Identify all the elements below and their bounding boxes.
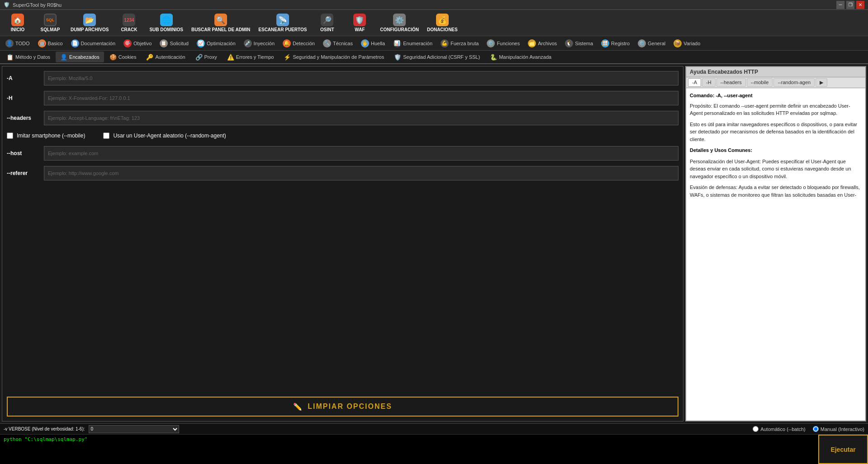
help-tab-headers[interactable]: --headers	[716, 78, 746, 87]
help-tab-more[interactable]: ▶	[816, 78, 827, 87]
random-agent-checkbox[interactable]	[103, 133, 109, 139]
headers-input[interactable]	[44, 111, 678, 125]
toolbar-osint[interactable]: 🔎 OSINT	[311, 11, 343, 35]
toolbar-buscar[interactable]: 🔍 BUSCAR PANEL DE ADMIN	[188, 11, 254, 35]
random-agent-checkbox-item[interactable]: Usar un User-Agent aleatorio (--random-a…	[103, 133, 226, 139]
host-field-row: --host	[7, 146, 678, 161]
tab-huella[interactable]: 🖐 Huella	[357, 38, 389, 49]
tab2-cookies[interactable]: 🍪 Cookies	[105, 52, 141, 62]
encabezados-icon: 👤	[60, 54, 67, 61]
app-icon: 🛡️	[4, 2, 10, 8]
crack-icon: 1234	[123, 14, 135, 26]
restore-button[interactable]: ❐	[846, 1, 854, 9]
execute-button[interactable]: Ejecutar	[830, 446, 855, 453]
toolbar-config[interactable]: ⚙️ CONFIGURACIÓN	[376, 11, 422, 35]
headers-label: --headers	[7, 115, 38, 121]
tabs-row2: 📋 Método y Datos 👤 Encabezados 🍪 Cookies…	[0, 51, 868, 64]
toolbar-sqlmap[interactable]: SQL SQLMAP	[34, 11, 66, 35]
osint-icon: 🔎	[321, 14, 333, 26]
tab2-encabezados[interactable]: 👤 Encabezados	[56, 52, 104, 62]
h-input[interactable]	[44, 91, 678, 105]
sistema-icon: 🐧	[565, 39, 573, 47]
tab-general[interactable]: ⚙️ General	[634, 38, 669, 49]
referer-input[interactable]	[44, 166, 678, 180]
form-panel: -A -H --headers Imitar smartphone (--mob…	[2, 66, 683, 421]
automatico-radio[interactable]	[753, 426, 759, 432]
toolbar-sub[interactable]: 🌐 SUB DOMINIOS	[146, 11, 186, 35]
deteccion-icon: 🔔	[283, 39, 291, 47]
minimize-button[interactable]: ─	[836, 1, 844, 9]
verbose-bar: -v VERBOSE (Nivel de verbosidad: 1-6): 0…	[0, 424, 868, 435]
tab2-seguridad2[interactable]: 🛡️ Seguridad Adicional (CSRF y SSL)	[389, 52, 484, 62]
solicitud-icon: 📋	[160, 39, 168, 47]
manual-label: Manual (Interactivo)	[821, 426, 864, 432]
verbose-label: -v VERBOSE (Nivel de verbosidad: 1-6):	[4, 426, 85, 431]
tab-solicitud[interactable]: 📋 Solicitud	[156, 38, 192, 49]
tab-basico[interactable]: 🤖 Basico	[34, 38, 66, 49]
help-para-0: Propósito: El comando --user-agent permi…	[690, 102, 862, 117]
inicio-icon: 🏠	[11, 14, 24, 26]
tab2-proxy[interactable]: 🔗 Proxy	[191, 52, 222, 62]
tab-funciones[interactable]: ⚙️ Funciones	[483, 38, 523, 49]
clear-button[interactable]: ✏️ LIMPIAR OPCIONES	[7, 397, 678, 417]
tab-objetivo[interactable]: 🎯 Objetivo	[120, 38, 155, 49]
tab-fuerza[interactable]: 💪 Fuerza bruta	[437, 38, 482, 49]
dona-icon: 💰	[436, 14, 449, 26]
a-field-row: -A	[7, 71, 678, 85]
tab-deteccion[interactable]: 🔔 Detección	[279, 38, 318, 49]
host-input[interactable]	[44, 146, 678, 161]
tab-optimizacion[interactable]: 📈 Optimización	[193, 38, 239, 49]
tab-registro[interactable]: 🪟 Registro	[598, 38, 633, 49]
tab2-errores[interactable]: ⚠️ Errores y Tiempo	[223, 52, 279, 62]
cmd-display-area: python "C:\sqlmap\sqlmap.py" Ejecutar	[0, 435, 868, 464]
referer-field-row: --referer	[7, 166, 678, 180]
help-para-4: Evasión de defensas: Ayuda a evitar ser …	[690, 184, 862, 199]
help-tab-h[interactable]: -H	[702, 78, 716, 87]
tab2-seguridad[interactable]: ⚡ Seguridad y Manipulación de Parámetros	[279, 52, 389, 62]
general-icon: ⚙️	[638, 39, 646, 47]
tab-variado[interactable]: 📦 Variado	[670, 38, 704, 49]
automatico-radio-item[interactable]: Automático (--batch)	[753, 426, 806, 432]
tab2-manipulacion[interactable]: 🐍 Manipulación Avanzada	[485, 52, 556, 62]
basico-icon: 🤖	[38, 39, 46, 47]
automatico-label: Automático (--batch)	[760, 426, 806, 432]
mobile-checkbox-item[interactable]: Imitar smartphone (--mobile)	[7, 133, 85, 139]
tab2-metodo[interactable]: 📋 Método y Datos	[2, 52, 55, 62]
mobile-checkbox[interactable]	[7, 133, 13, 139]
tab-todo[interactable]: 👤 TODO	[2, 38, 33, 49]
help-tab-a[interactable]: -A	[688, 78, 701, 87]
toolbar-dona[interactable]: 💰 DONACIONES	[423, 11, 461, 35]
bottom-area: -v VERBOSE (Nivel de verbosidad: 1-6): 0…	[0, 423, 868, 464]
waf-icon: 🛡️	[353, 14, 366, 26]
toolbar-waf[interactable]: 🛡️ WAF	[344, 11, 375, 35]
dump-icon: 📂	[83, 14, 96, 26]
verbose-select[interactable]: 0 1 2 3 4 5 6	[89, 425, 179, 433]
metodo-icon: 📋	[6, 54, 14, 61]
toolbar-crack[interactable]: 1234 CRACK	[113, 11, 145, 35]
proxy-icon: 🔗	[195, 54, 203, 61]
tab-documentacion[interactable]: 📄 Documentación	[67, 38, 119, 49]
manual-radio-item[interactable]: Manual (Interactivo)	[813, 426, 864, 432]
tab2-autenticacion[interactable]: 🔑 Autenticación	[142, 52, 190, 62]
manipulacion-icon: 🐍	[490, 54, 497, 61]
tab-archivos[interactable]: 🗂️ Archivos	[524, 38, 560, 49]
toolbar-inicio[interactable]: 🏠 INICIO	[2, 11, 33, 35]
tab-enumeracion[interactable]: 📊 Enumeración	[389, 38, 436, 49]
tab-inyeccion[interactable]: 💉 Inyección	[240, 38, 278, 49]
cmd-output: python "C:\sqlmap\sqlmap.py"	[0, 435, 818, 464]
help-tab-random[interactable]: --random-agen	[773, 78, 815, 87]
registro-icon: 🪟	[601, 39, 609, 47]
fuerza-icon: 💪	[441, 39, 449, 47]
toolbar-escanear[interactable]: 📡 ESCANEAR PUERTOS	[255, 11, 310, 35]
a-label: -A	[7, 75, 38, 81]
tab-sistema[interactable]: 🐧 Sistema	[561, 38, 597, 49]
eraser-icon: ✏️	[293, 402, 303, 411]
execute-panel[interactable]: Ejecutar	[818, 435, 868, 464]
main-content: -A -H --headers Imitar smartphone (--mob…	[0, 64, 868, 423]
tab-tecnicas[interactable]: 🔧 Técnicas	[319, 38, 356, 49]
manual-radio[interactable]	[813, 426, 819, 432]
a-input[interactable]	[44, 71, 678, 85]
close-button[interactable]: ✕	[856, 1, 864, 9]
toolbar-dump[interactable]: 📂 DUMP ARCHIVOS	[67, 11, 112, 35]
help-tab-mobile[interactable]: --mobile	[747, 78, 773, 87]
